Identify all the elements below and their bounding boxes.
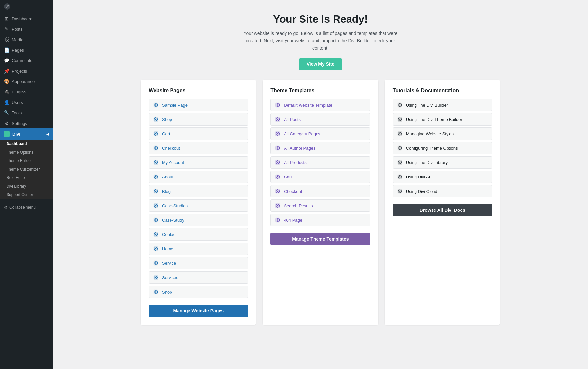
list-item[interactable]: All Products bbox=[270, 156, 370, 169]
view-site-button[interactable]: View My Site bbox=[299, 58, 342, 70]
appearance-icon: 🎨 bbox=[4, 79, 9, 84]
svg-point-35 bbox=[277, 147, 279, 149]
svg-point-19 bbox=[155, 234, 156, 235]
list-item[interactable]: All Category Pages bbox=[270, 127, 370, 140]
divi-header[interactable]: Divi ◀ bbox=[0, 128, 53, 140]
users-icon: 👤 bbox=[4, 100, 9, 105]
sidebar-item-plugins[interactable]: 🔌 Plugins bbox=[0, 87, 53, 97]
svg-point-17 bbox=[155, 219, 156, 221]
sidebar-item-dashboard[interactable]: ⊞ Dashboard bbox=[0, 13, 53, 24]
collapse-icon: ⚙ bbox=[4, 205, 8, 210]
list-item[interactable]: All Posts bbox=[270, 113, 370, 126]
list-item[interactable]: Case-Study bbox=[149, 214, 248, 226]
divi-arrow-icon: ◀ bbox=[46, 132, 49, 136]
list-item[interactable]: Sample Page bbox=[149, 99, 248, 111]
svg-point-57 bbox=[399, 176, 400, 177]
divi-icon bbox=[4, 131, 10, 137]
svg-point-7 bbox=[155, 147, 156, 149]
projects-icon: 📌 bbox=[4, 68, 9, 74]
divi-sub-role-editor[interactable]: Role Editor bbox=[0, 174, 53, 182]
svg-point-3 bbox=[155, 119, 156, 120]
sidebar-item-label: Appearance bbox=[12, 79, 35, 84]
list-item[interactable]: Using Divi AI bbox=[393, 171, 492, 183]
plugins-icon: 🔌 bbox=[4, 89, 9, 94]
svg-point-49 bbox=[399, 119, 400, 120]
list-item[interactable]: Shop bbox=[149, 113, 248, 126]
list-item[interactable]: Configuring Theme Options bbox=[393, 142, 492, 154]
tutorials-card: Tutorials & Documentation Using The Divi… bbox=[385, 80, 500, 325]
page-header: Your Site Is Ready! Your website is read… bbox=[63, 13, 578, 70]
svg-point-55 bbox=[399, 162, 400, 163]
svg-point-59 bbox=[399, 191, 400, 192]
list-item[interactable]: Blog bbox=[149, 185, 248, 197]
list-item[interactable]: My Account bbox=[149, 156, 248, 169]
sidebar-item-appearance[interactable]: 🎨 Appearance bbox=[0, 76, 53, 87]
divi-sub-support-center[interactable]: Support Center bbox=[0, 191, 53, 199]
settings-icon: ⚙ bbox=[4, 121, 9, 126]
posts-icon: ✎ bbox=[4, 26, 9, 32]
svg-point-11 bbox=[155, 176, 156, 177]
sidebar-item-media[interactable]: 🖼 Media bbox=[0, 34, 53, 45]
list-item[interactable]: Checkout bbox=[149, 142, 248, 154]
sidebar-item-label: Settings bbox=[12, 121, 27, 126]
media-icon: 🖼 bbox=[4, 37, 9, 42]
sidebar-item-tools[interactable]: 🔧 Tools bbox=[0, 108, 53, 118]
list-item[interactable]: Service bbox=[149, 257, 248, 269]
divi-section: Divi ◀ Dashboard Theme Options Theme Bui… bbox=[0, 128, 53, 199]
divi-sub-dashboard[interactable]: Dashboard bbox=[0, 140, 53, 148]
divi-sub-theme-builder[interactable]: Theme Builder bbox=[0, 157, 53, 165]
svg-point-33 bbox=[277, 133, 279, 134]
svg-point-47 bbox=[399, 104, 400, 106]
list-item[interactable]: Managing Website Styles bbox=[393, 127, 492, 140]
list-item[interactable]: All Author Pages bbox=[270, 142, 370, 154]
sidebar-item-label: Pages bbox=[12, 48, 24, 53]
list-item[interactable]: Contact bbox=[149, 228, 248, 241]
sidebar-item-label: Comments bbox=[12, 58, 32, 63]
sidebar-item-projects[interactable]: 📌 Projects bbox=[0, 66, 53, 76]
sidebar-item-settings[interactable]: ⚙ Settings bbox=[0, 118, 53, 128]
main-content: Your Site Is Ready! Your website is read… bbox=[53, 0, 588, 369]
collapse-menu-button[interactable]: ⚙ Collapse menu bbox=[0, 202, 53, 212]
svg-point-27 bbox=[155, 291, 156, 293]
svg-point-21 bbox=[155, 248, 156, 249]
tutorials-list: Using The Divi Builder Using The Divi Th… bbox=[393, 99, 492, 197]
list-item[interactable]: Using The Divi Theme Builder bbox=[393, 113, 492, 126]
manage-website-pages-button[interactable]: Manage Website Pages bbox=[149, 305, 248, 317]
list-item[interactable]: Search Results bbox=[270, 199, 370, 212]
sidebar-item-label: Plugins bbox=[12, 90, 26, 94]
list-item[interactable]: Cart bbox=[270, 171, 370, 183]
list-item[interactable]: Cart bbox=[149, 127, 248, 140]
list-item[interactable]: Case-Studies bbox=[149, 199, 248, 212]
theme-templates-heading: Theme Templates bbox=[270, 88, 370, 93]
list-item[interactable]: About bbox=[149, 171, 248, 183]
manage-theme-templates-button[interactable]: Manage Theme Templates bbox=[270, 233, 370, 245]
sidebar-item-label: Dashboard bbox=[12, 16, 33, 21]
list-item[interactable]: Shop bbox=[149, 286, 248, 298]
sidebar-item-posts[interactable]: ✎ Posts bbox=[0, 24, 53, 34]
list-item[interactable]: Checkout bbox=[270, 185, 370, 197]
sidebar-item-users[interactable]: 👤 Users bbox=[0, 97, 53, 108]
list-item[interactable]: Home bbox=[149, 243, 248, 255]
tools-icon: 🔧 bbox=[4, 110, 9, 115]
list-item[interactable]: 404 Page bbox=[270, 214, 370, 226]
browse-all-docs-button[interactable]: Browse All Divi Docs bbox=[393, 204, 492, 216]
divi-sub-theme-customizer[interactable]: Theme Customizer bbox=[0, 165, 53, 174]
list-item[interactable]: Using Divi Cloud bbox=[393, 185, 492, 197]
list-item[interactable]: Services bbox=[149, 271, 248, 284]
collapse-label: Collapse menu bbox=[9, 205, 36, 210]
tutorials-heading: Tutorials & Documentation bbox=[393, 88, 492, 93]
sidebar-item-pages[interactable]: 📄 Pages bbox=[0, 45, 53, 55]
website-pages-list: Sample Page Shop Cart Checkout My Accoun… bbox=[149, 99, 248, 298]
svg-point-9 bbox=[155, 162, 156, 163]
list-item[interactable]: Using The Divi Builder bbox=[393, 99, 492, 111]
sidebar-item-comments[interactable]: 💬 Comments bbox=[0, 55, 53, 66]
svg-point-31 bbox=[277, 119, 279, 120]
svg-point-29 bbox=[277, 104, 279, 106]
sidebar: W ⊞ Dashboard ✎ Posts 🖼 Media 📄 Pages 💬 … bbox=[0, 0, 53, 369]
divi-sub-divi-library[interactable]: Divi Library bbox=[0, 182, 53, 191]
sidebar-logo: W bbox=[0, 0, 53, 13]
list-item[interactable]: Using The Divi Library bbox=[393, 156, 492, 169]
divi-sub-theme-options[interactable]: Theme Options bbox=[0, 148, 53, 157]
page-subtitle: Your website is ready to go. Below is a … bbox=[239, 30, 402, 52]
list-item[interactable]: Default Website Template bbox=[270, 99, 370, 111]
